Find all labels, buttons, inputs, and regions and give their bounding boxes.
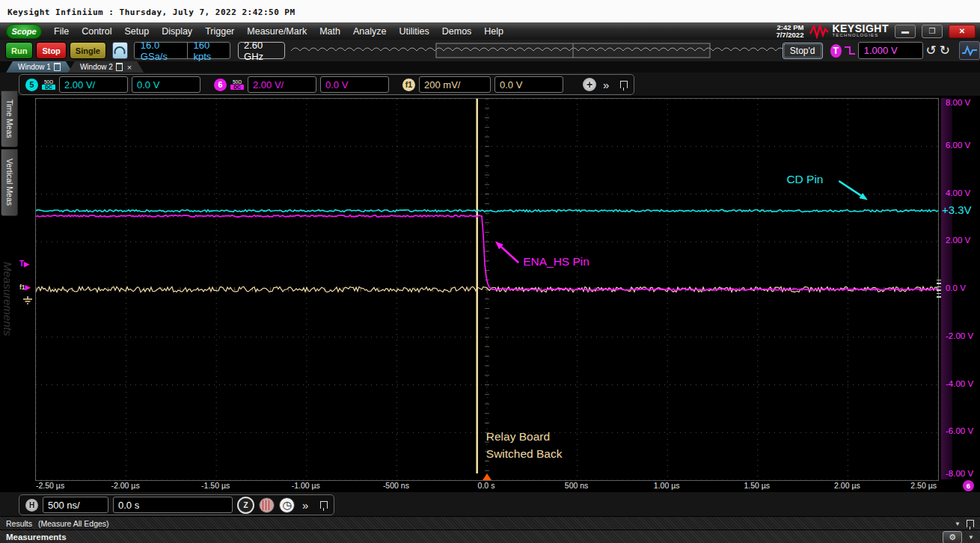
menu-item-utilities[interactable]: Utilities <box>399 26 429 37</box>
keysight-spark-icon <box>809 24 829 39</box>
menu-item-help[interactable]: Help <box>484 26 503 37</box>
y-tick-label: 0.0 V <box>946 283 966 292</box>
menu-right-cluster: 2:42 PM 7/7/2022 KEYSIGHT TECHNOLOGIES ▬… <box>776 24 980 39</box>
channel-f1-offset-field[interactable]: 0.0 V <box>494 76 563 93</box>
add-channel-button[interactable]: + <box>583 78 596 91</box>
gear-icon[interactable]: ⚙ <box>943 531 962 543</box>
chevron-expand-icon[interactable]: » <box>302 499 308 512</box>
menu-item-control[interactable]: Control <box>82 26 111 37</box>
dropdown-arrow-icon[interactable]: ▼ <box>968 534 974 541</box>
clock-display: 2:42 PM 7/7/2022 <box>776 24 803 39</box>
undo-icon[interactable]: ↺ <box>926 44 937 57</box>
trace-6 <box>36 215 938 290</box>
window-title: Keysight Infiniium : Thursday, July 7, 2… <box>7 7 295 17</box>
dropdown-arrow-icon[interactable]: ▼ <box>955 521 961 527</box>
window-tab[interactable]: Window 2× <box>68 61 144 73</box>
trigger-level-field[interactable]: 1.000 V <box>858 42 923 59</box>
function-f1-marker[interactable]: f1▶ <box>19 283 34 291</box>
close-tab-icon[interactable]: × <box>127 63 132 72</box>
markers-icon[interactable] <box>259 497 275 513</box>
y-tick-label: 2.00 V <box>946 236 970 245</box>
y-tick-label: 8.00 V <box>946 98 970 107</box>
keysight-logo: KEYSIGHT TECHNOLOGIES <box>809 24 889 39</box>
channel-settings-bar: 550ΩDC2.00 V/0.0 V650ΩDC2.00 V/0.0 Vf120… <box>0 73 980 96</box>
svg-text:Relay Board: Relay Board <box>486 430 550 443</box>
touch-toggle-icon[interactable] <box>112 42 128 59</box>
channel-5-coupling: 50ΩDC <box>42 79 55 90</box>
timebase-scale-field[interactable]: 500 ns/ <box>43 497 108 513</box>
window-tab-label: Window 1 <box>18 63 51 71</box>
channel-6-offset-field[interactable]: 0.0 V <box>320 76 389 93</box>
y-tick-label: -4.00 V <box>946 379 973 388</box>
pin-icon[interactable] <box>620 81 628 88</box>
close-button[interactable]: ✕ <box>949 25 976 38</box>
horizontal-badge[interactable]: H <box>25 499 38 512</box>
results-bar[interactable]: Results (Measure All Edges) ▼ <box>0 516 980 530</box>
trigger-source-icon[interactable]: T <box>830 44 842 58</box>
trace-5 <box>36 209 938 212</box>
side-tab-vertical-meas[interactable]: Vertical Meas <box>1 149 18 216</box>
channel-6-badge[interactable]: 6 <box>214 79 227 91</box>
menu-items: FileControlSetupDisplayTriggerMeasure/Ma… <box>54 26 503 37</box>
window-title-bar: Keysight Infiniium : Thursday, July 7, 2… <box>0 0 980 23</box>
channel-6-scale-field[interactable]: 2.00 V/ <box>248 76 316 93</box>
timebase-overview-indicator[interactable] <box>290 42 782 59</box>
redo-icon[interactable]: ↻ <box>940 44 950 57</box>
pin-icon[interactable] <box>967 520 974 527</box>
memory-depth-field[interactable]: 160 kpts <box>187 40 230 62</box>
channel-6-axis-badge[interactable]: 6 <box>963 480 974 491</box>
bandwidth-button[interactable]: 2.60 GHz <box>238 42 285 59</box>
y-tick-label: -6.00 V <box>946 426 973 435</box>
minimize-button[interactable]: ▬ <box>895 25 916 38</box>
acquisition-status-button[interactable]: Stop'd <box>783 43 823 59</box>
horizontal-scale-bar: H 500 ns/ 0.0 s Z ◷ » <box>0 492 980 516</box>
maximize-button[interactable]: ❐ <box>922 25 943 38</box>
waveform-display[interactable]: CD PinENA_HS PinRelay BoardSwitched Back <box>35 98 939 481</box>
trigger-level-marker[interactable]: T▶ <box>19 260 34 268</box>
falling-edge-icon[interactable] <box>844 45 855 56</box>
single-button[interactable]: Single <box>70 42 106 59</box>
menu-item-file[interactable]: File <box>54 26 69 37</box>
window-tab-label: Window 2 <box>80 63 113 71</box>
x-tick-label: -500 ns <box>383 481 409 490</box>
clock-icon[interactable]: ◷ <box>279 497 295 513</box>
side-tab-time-meas[interactable]: Time Meas <box>1 90 18 147</box>
menu-item-math[interactable]: Math <box>319 26 340 37</box>
menu-item-display[interactable]: Display <box>162 26 192 37</box>
y-tick-label: -2.00 V <box>946 331 973 340</box>
window-icon <box>116 63 123 71</box>
menu-item-setup[interactable]: Setup <box>124 26 149 37</box>
chevron-expand-icon[interactable]: » <box>603 79 609 91</box>
timebase-position-field[interactable]: 0.0 s <box>113 497 233 513</box>
pin-icon[interactable] <box>320 501 328 509</box>
clock-time: 2:42 PM <box>776 24 803 31</box>
menu-item-trigger[interactable]: Trigger <box>205 26 234 37</box>
channel-f1-scale-field[interactable]: 200 mV/ <box>419 76 491 93</box>
window-tab[interactable]: Window 1 <box>6 61 73 73</box>
menu-item-demos[interactable]: Demos <box>442 26 472 37</box>
x-tick-label: 2.00 µs <box>834 481 860 490</box>
channel-f1-badge[interactable]: f1 <box>402 79 415 91</box>
run-button[interactable]: Run <box>5 42 33 59</box>
x-axis-labels: -2.50 µs-2.00 µs-1.50 µs-1.00 µs-500 ns0… <box>35 481 937 492</box>
acquisition-fields: 16.0 GSa/s 160 kpts <box>134 42 230 59</box>
measurements-bar[interactable]: Measurements ⚙ ▼ <box>0 530 980 543</box>
zoom-icon[interactable]: Z <box>237 497 254 514</box>
waveform-settings-icon[interactable] <box>959 41 980 60</box>
menu-item-measure-mark[interactable]: Measure/Mark <box>247 26 307 37</box>
channel-5-offset-field[interactable]: 0.0 V <box>132 76 200 93</box>
level-annotation: +3.3V <box>942 203 972 216</box>
channel-groups: 550ΩDC2.00 V/0.0 V650ΩDC2.00 V/0.0 Vf120… <box>19 74 634 95</box>
channel-5-scale-field[interactable]: 2.00 V/ <box>59 76 128 93</box>
scope-menu-button[interactable]: Scope <box>6 24 42 39</box>
menu-item-analyze[interactable]: Analyze <box>353 26 386 37</box>
channel-6-coupling: 50ΩDC <box>230 79 244 90</box>
results-label: Results <box>6 519 32 528</box>
stop-button[interactable]: Stop <box>36 42 66 59</box>
sample-rate-field[interactable]: 16.0 GSa/s <box>135 40 187 62</box>
menu-bar: Scope FileControlSetupDisplayTriggerMeas… <box>0 22 980 40</box>
channel-5-badge[interactable]: 5 <box>25 79 38 91</box>
x-tick-label: 1.50 µs <box>744 481 770 490</box>
y-tick-label: -8.00 V <box>946 469 973 478</box>
brand-name: KEYSIGHT <box>832 25 889 33</box>
